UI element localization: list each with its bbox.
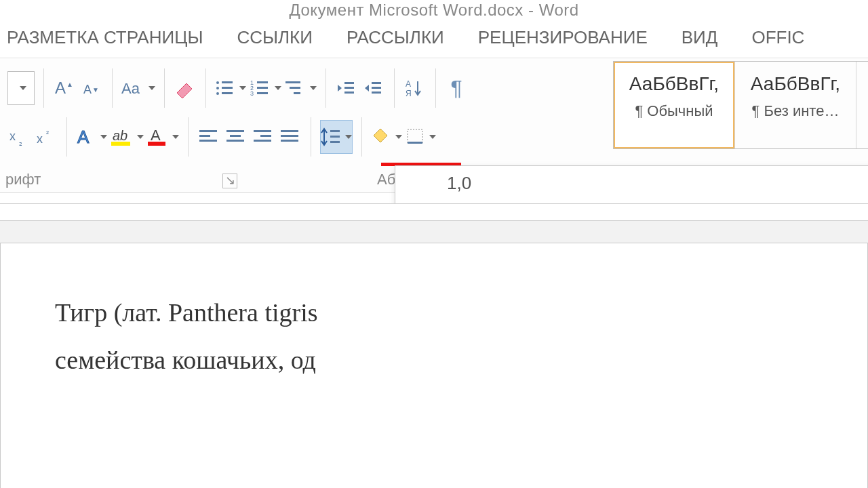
svg-rect-51	[330, 141, 340, 143]
decrease-indent-button[interactable]	[335, 72, 358, 104]
multilevel-list-button[interactable]	[285, 72, 317, 104]
svg-text:A: A	[77, 127, 90, 147]
svg-text:3: 3	[250, 90, 254, 97]
style-item[interactable]: АаБбВвГг,¶ Обычный	[614, 62, 735, 148]
tab-view[interactable]: ВИД	[682, 27, 718, 48]
borders-button[interactable]	[406, 121, 436, 153]
svg-text:▼: ▼	[92, 86, 99, 94]
ruler[interactable]	[0, 204, 868, 221]
svg-rect-50	[330, 136, 340, 138]
svg-text:Aa: Aa	[121, 80, 140, 97]
svg-rect-37	[199, 130, 217, 132]
page[interactable]: Тигр (лат. Panthera tigris семейства кош…	[0, 243, 868, 488]
style-item[interactable]: АаБЗагол	[856, 62, 868, 148]
align-right-button[interactable]	[252, 121, 275, 153]
align-center-button[interactable]	[224, 121, 248, 153]
svg-text:ab: ab	[113, 128, 127, 143]
style-preview: АаБбВвГг,	[616, 66, 732, 102]
svg-rect-8	[222, 87, 233, 89]
svg-rect-44	[260, 135, 271, 137]
grow-font-button[interactable]: A▲	[53, 72, 76, 104]
svg-rect-16	[257, 92, 268, 94]
svg-rect-36	[148, 142, 165, 146]
sort-button[interactable]: АЯ	[403, 72, 427, 104]
highlight-button[interactable]: ab	[111, 121, 144, 153]
tab-mailings[interactable]: РАССЫЛКИ	[347, 27, 444, 48]
svg-rect-49	[330, 130, 340, 132]
font-group-label: рифт	[5, 171, 41, 188]
svg-text:А: А	[406, 79, 411, 89]
svg-rect-45	[254, 140, 271, 142]
show-marks-button[interactable]: ¶	[445, 72, 468, 104]
svg-rect-20	[344, 82, 354, 84]
svg-rect-6	[222, 81, 233, 83]
svg-rect-53	[408, 142, 422, 144]
svg-text:²: ²	[46, 129, 49, 138]
tab-page-layout[interactable]: РАЗМЕТКА СТРАНИЦЫ	[7, 27, 203, 48]
font-dropdown[interactable]	[7, 71, 35, 105]
svg-point-9	[216, 92, 219, 95]
window-title: Документ Microsoft Word.docx - Word	[0, 0, 868, 20]
clear-formatting-button[interactable]	[174, 72, 197, 104]
svg-text:A: A	[55, 79, 66, 97]
style-item[interactable]: АаБбВвГг,¶ Без инте…	[735, 62, 856, 148]
tab-office[interactable]: OFFIC	[751, 27, 804, 48]
tab-references[interactable]: ССЫЛКИ	[237, 27, 312, 48]
font-dialog-launcher[interactable]: ↘	[222, 174, 237, 188]
svg-rect-14	[257, 87, 268, 89]
svg-rect-12	[257, 81, 268, 83]
svg-rect-22	[344, 92, 354, 94]
svg-rect-38	[199, 135, 210, 137]
svg-rect-24	[372, 87, 381, 89]
svg-text:x: x	[9, 129, 16, 143]
subscript-button[interactable]: x₂	[7, 121, 31, 153]
svg-rect-25	[372, 92, 381, 94]
document-area: Тигр (лат. Panthera tigris семейства кош…	[0, 203, 868, 488]
style-preview: АаБбВвГг,	[738, 66, 853, 102]
justify-button[interactable]	[279, 121, 302, 153]
svg-rect-52	[408, 129, 422, 143]
change-case-button[interactable]: Aa	[121, 72, 155, 104]
style-preview: АаБ	[859, 66, 868, 102]
svg-text:Я: Я	[406, 89, 412, 98]
svg-rect-47	[281, 135, 298, 137]
bullets-button[interactable]	[215, 72, 246, 104]
svg-rect-23	[372, 82, 381, 84]
svg-rect-42	[226, 140, 244, 142]
svg-rect-43	[254, 130, 271, 132]
svg-text:A: A	[83, 83, 92, 96]
document-text-line[interactable]: Тигр (лат. Panthera tigris	[55, 298, 867, 327]
line-spacing-option[interactable]: 1,0	[395, 166, 868, 201]
svg-text:A: A	[151, 127, 161, 144]
pilcrow-icon: ¶	[450, 76, 462, 101]
svg-point-7	[216, 87, 219, 89]
style-name: Загол	[859, 102, 868, 120]
svg-rect-34	[111, 142, 130, 146]
increase-indent-button[interactable]	[362, 72, 385, 104]
svg-rect-46	[281, 130, 298, 132]
svg-rect-41	[230, 135, 241, 137]
svg-rect-39	[199, 140, 217, 142]
text-effects-button[interactable]: A	[76, 121, 107, 153]
superscript-button[interactable]: x²	[35, 121, 58, 153]
style-name: ¶ Без инте…	[738, 102, 853, 120]
svg-rect-10	[222, 92, 233, 94]
ribbon-tabs: РАЗМЕТКА СТРАНИЦЫ ССЫЛКИ РАССЫЛКИ РЕЦЕНЗ…	[0, 20, 868, 58]
numbering-button[interactable]: 123	[250, 72, 281, 104]
svg-rect-40	[226, 130, 244, 132]
line-spacing-button[interactable]	[320, 120, 353, 154]
svg-text:▲: ▲	[66, 81, 73, 88]
shrink-font-button[interactable]: A▼	[80, 72, 103, 104]
styles-gallery: АаБбВвГг,¶ ОбычныйАаБбВвГг,¶ Без инте…Аа…	[599, 61, 868, 149]
document-text-line[interactable]: семейства кошачьих, од	[55, 345, 867, 375]
svg-rect-18	[290, 87, 300, 89]
tab-review[interactable]: РЕЦЕНЗИРОВАНИЕ	[478, 27, 648, 48]
svg-rect-21	[344, 87, 354, 89]
align-left-button[interactable]	[197, 121, 220, 153]
paragraph-group-label: Аб	[377, 171, 395, 188]
svg-rect-17	[285, 81, 300, 83]
font-color-button[interactable]: A	[148, 121, 179, 153]
style-name: ¶ Обычный	[616, 102, 732, 120]
svg-rect-19	[294, 92, 300, 94]
shading-button[interactable]	[371, 121, 402, 153]
